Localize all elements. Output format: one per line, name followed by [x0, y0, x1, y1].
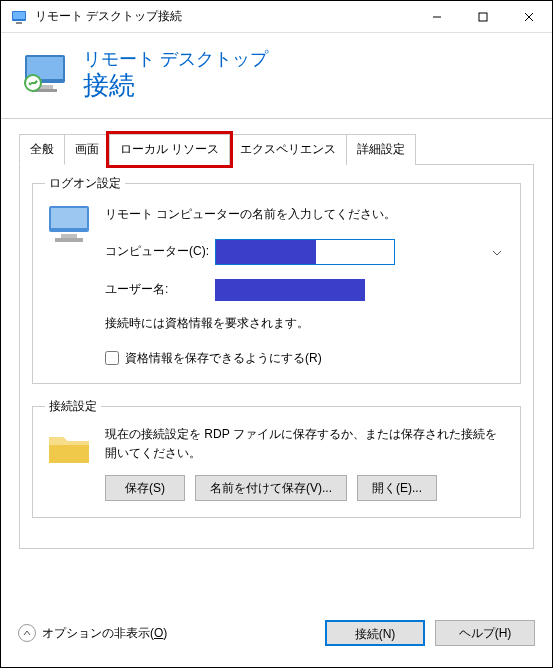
folder-icon: [45, 425, 93, 469]
window-controls: [414, 1, 552, 33]
tab-local-resources[interactable]: ローカル リソース: [109, 134, 230, 165]
rdp-icon: [21, 49, 69, 97]
open-button[interactable]: 開く(E)...: [357, 475, 437, 501]
svg-rect-1: [13, 12, 25, 19]
connect-button[interactable]: 接続(N): [325, 620, 425, 646]
computer-icon: [45, 202, 93, 246]
tab-panel-general: ログオン設定 リモート コンピューターの名前を入力してください。 コンピューター…: [19, 164, 534, 549]
logon-settings-group: ログオン設定 リモート コンピューターの名前を入力してください。 コンピューター…: [32, 175, 521, 384]
tab-display[interactable]: 画面: [64, 134, 110, 165]
maximize-button[interactable]: [460, 1, 506, 33]
tab-strip: 全般 画面 ローカル リソース エクスペリエンス 詳細設定: [19, 133, 534, 164]
tab-general[interactable]: 全般: [19, 134, 65, 165]
connection-text: 現在の接続設定を RDP ファイルに保存するか、または保存された接続を開いてくだ…: [105, 425, 508, 463]
svg-rect-2: [16, 22, 22, 24]
minimize-button[interactable]: [414, 1, 460, 33]
computer-value-masked: [216, 240, 316, 264]
save-as-button[interactable]: 名前を付けて保存(V)...: [195, 475, 347, 501]
svg-rect-15: [55, 238, 83, 242]
options-label: オプションの非表示(O): [42, 625, 167, 642]
chevron-down-icon: [492, 245, 502, 259]
dialog-header: リモート デスクトップ 接続: [1, 33, 552, 119]
connection-settings-group: 接続設定 現在の接続設定を RDP ファイルに保存するか、または保存された接続を…: [32, 398, 521, 518]
connection-legend: 接続設定: [45, 398, 101, 415]
header-text: リモート デスクトップ 接続: [83, 47, 268, 100]
svg-rect-14: [61, 234, 77, 238]
dialog-footer: オプションの非表示(O) 接続(N) ヘルプ(H): [18, 620, 535, 646]
logon-legend: ログオン設定: [45, 175, 125, 192]
svg-rect-13: [51, 208, 87, 228]
credentials-note: 接続時には資格情報を要求されます。: [105, 315, 508, 332]
computer-combobox[interactable]: [215, 239, 508, 265]
close-button[interactable]: [506, 1, 552, 33]
allow-save-label: 資格情報を保存できるようにする(R): [125, 350, 322, 367]
username-label: ユーザー名:: [105, 281, 215, 298]
save-button[interactable]: 保存(S): [105, 475, 185, 501]
app-icon: [11, 9, 27, 25]
tab-advanced[interactable]: 詳細設定: [346, 134, 416, 165]
instruction-text: リモート コンピューターの名前を入力してください。: [105, 206, 508, 223]
header-line1: リモート デスクトップ: [83, 47, 268, 71]
username-value-masked: [215, 279, 365, 301]
header-line2: 接続: [83, 71, 268, 100]
options-toggle[interactable]: オプションの非表示(O): [18, 624, 167, 642]
svg-rect-4: [479, 13, 487, 21]
window-title: リモート デスクトップ接続: [35, 8, 414, 25]
computer-label: コンピューター(C):: [105, 243, 215, 260]
tab-experience[interactable]: エクスペリエンス: [229, 134, 347, 165]
chevron-up-icon: [18, 624, 36, 642]
help-button[interactable]: ヘルプ(H): [435, 620, 535, 646]
allow-save-checkbox[interactable]: [105, 351, 119, 365]
titlebar: リモート デスクトップ接続: [1, 1, 552, 33]
